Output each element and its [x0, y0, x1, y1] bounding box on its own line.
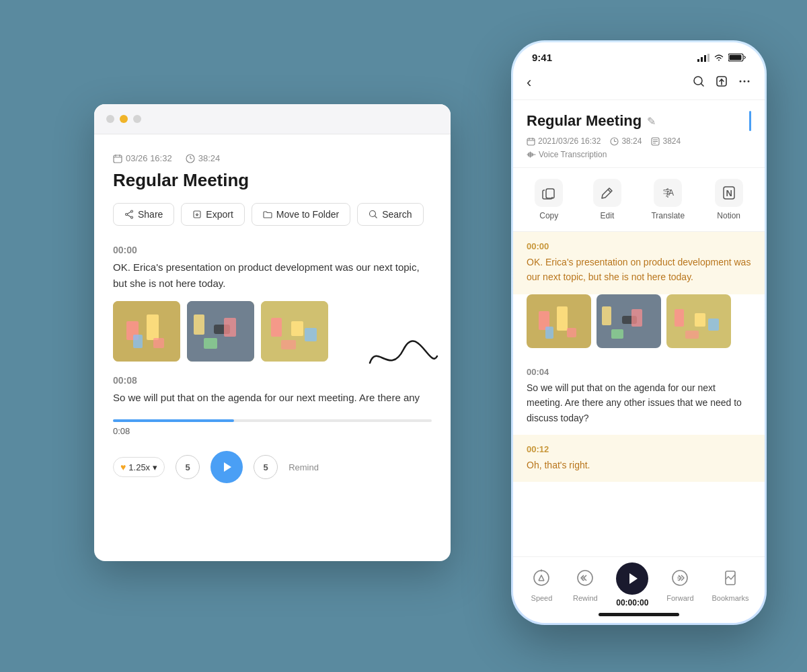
speed-label: Speed — [531, 594, 553, 602]
dot-green — [133, 115, 141, 123]
signal-icon — [697, 54, 709, 62]
forward-tab[interactable]: 5 Forward — [666, 565, 693, 602]
title-indicator — [749, 111, 751, 131]
play-main-icon — [616, 562, 648, 595]
svg-point-7 — [131, 210, 133, 212]
svg-rect-77 — [602, 306, 611, 325]
svg-rect-85 — [685, 331, 699, 339]
svg-line-65 — [608, 190, 611, 192]
meta-words-mobile: 3824 — [651, 136, 681, 146]
transcript-entry-2: 00:04 So we will put that on the agenda … — [513, 358, 765, 435]
photos-row — [113, 301, 432, 362]
photo-mobile-3 — [666, 294, 731, 348]
photos-strip — [513, 294, 765, 358]
svg-rect-28 — [291, 321, 303, 336]
meeting-title-row: Regular Meeting ✎ — [527, 111, 751, 131]
meta-date: 03/26 16:32 — [113, 153, 172, 163]
forward-5-button[interactable]: 5 — [254, 455, 278, 479]
battery-icon — [728, 53, 746, 62]
svg-rect-80 — [611, 329, 623, 339]
svg-rect-73 — [557, 306, 568, 331]
heart-icon: ♥ — [120, 462, 126, 472]
edit-button[interactable]: Edit — [593, 179, 621, 220]
svg-point-8 — [131, 216, 133, 218]
svg-rect-30 — [281, 340, 296, 349]
phone-inner: 9:41 ‹ — [513, 42, 765, 623]
photo-thumb-1 — [113, 301, 180, 362]
photo-mobile-2 — [597, 294, 661, 348]
speed-button[interactable]: ♥ 1.25x ▾ — [113, 457, 165, 477]
svg-text:N: N — [726, 188, 732, 198]
bookmarks-tab[interactable]: Bookmarks — [712, 565, 748, 602]
export-button[interactable]: Export — [181, 203, 244, 226]
svg-rect-29 — [305, 328, 317, 341]
svg-rect-75 — [567, 328, 576, 337]
wifi-icon — [714, 54, 724, 62]
svg-point-14 — [370, 211, 376, 217]
svg-point-42 — [740, 80, 742, 82]
copy-button[interactable]: Copy — [535, 179, 563, 220]
home-indicator — [599, 613, 679, 616]
translate-label: Translate — [651, 211, 685, 220]
desktop-meta: 03/26 16:32 38:24 — [113, 153, 432, 163]
notion-button[interactable]: N Notion — [715, 179, 743, 220]
transcript-entry-0: 00:00 OK. Erica's presentation on produc… — [113, 245, 432, 362]
svg-text:A: A — [668, 188, 674, 198]
svg-point-86 — [534, 571, 549, 585]
meta-date-mobile: 2021/03/26 16:32 — [527, 136, 601, 146]
rewind-icon: 5 — [572, 565, 598, 591]
speed-tab[interactable]: Speed — [529, 565, 554, 602]
rewind-tab[interactable]: 5 Rewind — [572, 565, 598, 602]
chevron-down-icon: ▾ — [153, 462, 157, 472]
translate-button[interactable]: 字A Translate — [651, 179, 685, 220]
svg-rect-79 — [631, 309, 642, 327]
play-tab[interactable]: 00:00:00 — [616, 565, 648, 607]
remind-button[interactable]: Remind — [289, 462, 319, 472]
bottom-player: Speed 5 Rewind 00:00:00 — [513, 556, 765, 623]
player-time: 00:00:00 — [616, 598, 648, 607]
photo-thumb-3 — [261, 301, 328, 362]
svg-rect-0 — [114, 155, 122, 163]
svg-rect-35 — [707, 54, 709, 62]
share-nav-button[interactable] — [715, 75, 728, 91]
toolbar: Share Export Move to Folder Search — [113, 203, 432, 226]
svg-line-11 — [127, 215, 130, 217]
meeting-title: Regular Meeting — [527, 112, 642, 130]
edit-label: Edit — [601, 211, 615, 220]
meta-duration-mobile: 38:24 — [610, 136, 642, 146]
svg-rect-20 — [153, 338, 164, 348]
dot-yellow — [120, 115, 128, 123]
svg-rect-84 — [708, 319, 719, 331]
search-nav-button[interactable] — [692, 75, 705, 91]
svg-rect-33 — [701, 57, 703, 62]
progress-time: 0:08 — [113, 426, 432, 436]
photo-thumb-2 — [187, 301, 254, 362]
svg-rect-24 — [224, 318, 236, 337]
search-button[interactable]: Search — [357, 203, 423, 226]
forward-icon: 5 — [667, 565, 693, 591]
rewind-label: Rewind — [573, 594, 598, 602]
svg-rect-74 — [545, 327, 553, 339]
svg-point-9 — [126, 214, 128, 216]
desktop-title: Regular Meeting — [113, 170, 432, 191]
svg-rect-22 — [194, 314, 204, 335]
svg-rect-64 — [546, 189, 554, 198]
more-button[interactable] — [738, 75, 751, 91]
phone-scroll[interactable]: Regular Meeting ✎ 2021/03/26 16:32 38:24 — [513, 100, 765, 556]
svg-rect-32 — [697, 59, 699, 62]
svg-rect-37 — [730, 55, 742, 60]
edit-icon[interactable]: ✎ — [647, 115, 656, 128]
progress-bar-container[interactable] — [113, 419, 432, 422]
transcript-entry-1: 00:00 OK. Erica's presentation on produc… — [513, 232, 765, 294]
play-button[interactable] — [210, 451, 243, 483]
rewind-5-button[interactable]: 5 — [176, 455, 200, 479]
transcript-entry-3: 00:12 Oh, that's right. — [513, 435, 765, 482]
back-button[interactable]: ‹ — [527, 74, 531, 91]
svg-rect-83 — [695, 313, 705, 327]
desktop-card: 03/26 16:32 38:24 Regular Meeting Share … — [94, 104, 451, 561]
phone-shell: 9:41 ‹ — [511, 40, 767, 625]
share-button[interactable]: Share — [113, 203, 174, 226]
move-to-folder-button[interactable]: Move to Folder — [252, 203, 350, 226]
svg-marker-31 — [224, 462, 231, 472]
nav-bar: ‹ — [513, 69, 765, 100]
